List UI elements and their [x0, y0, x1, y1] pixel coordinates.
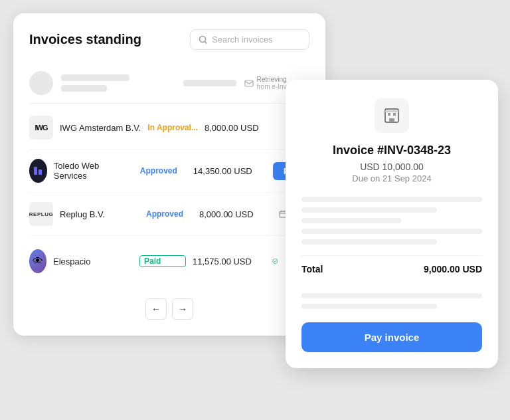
svg-point-5: [273, 259, 278, 263]
total-amount: 9,000.00 USD: [424, 264, 482, 274]
loading-line-2: [61, 85, 107, 92]
avatar-placeholder: [29, 71, 53, 95]
loading-amount: [183, 80, 236, 86]
card-title: Invoices standing: [29, 32, 141, 47]
more-lines: [301, 293, 482, 309]
line-item-3: [301, 218, 401, 223]
building-icon: [375, 98, 409, 133]
vendor-name-iwg: IWG Amsterdam B.V.: [60, 123, 141, 133]
replug-logo: REPLUG: [29, 202, 53, 226]
prev-page-button[interactable]: ←: [145, 298, 167, 320]
invoice-due: Due on 21 Sep 2024: [301, 173, 482, 183]
line-item-5: [301, 239, 437, 245]
pay-invoice-button[interactable]: Pay invoice: [301, 322, 482, 352]
vendor-name-replug: Replug B.V.: [60, 209, 139, 219]
line-item-2: [301, 207, 437, 213]
pagination: ← →: [29, 298, 309, 320]
building-svg: [382, 106, 401, 125]
invoice-row-replug: REPLUG Replug B.V. Approved 8,000.00 USD…: [29, 193, 309, 236]
invoice-row-toledo: Toledo Web Services Approved 14,350.00 U…: [29, 150, 309, 193]
amount-iwg: 8,000.00 USD: [205, 123, 278, 133]
total-row: Total 9,000.00 USD: [301, 255, 482, 282]
status-replug: Approved: [146, 209, 193, 219]
invoice-amount: USD 10,000.00: [301, 161, 482, 172]
line-items: [301, 197, 482, 245]
svg-rect-2: [34, 167, 37, 175]
amount-toledo: 14,350.00 USD: [193, 166, 266, 176]
svg-rect-7: [388, 113, 390, 116]
loading-line-1: [61, 74, 129, 81]
more-line-2: [301, 304, 437, 309]
search-placeholder: Search invoices: [212, 35, 273, 45]
svg-rect-9: [389, 118, 394, 122]
status-iwg: In Approval...: [147, 123, 198, 132]
more-line-1: [301, 293, 482, 298]
invoice-detail-card: Invoice #INV-0348-23 USD 10,000.00 Due o…: [286, 80, 498, 368]
invoice-row-elespacio: 👁 Elespacio Paid 11,575.00 USD Auto-paid…: [29, 236, 309, 286]
vendor-name-toledo: Toledo Web Services: [54, 161, 133, 181]
iwg-logo: IWG: [29, 116, 53, 140]
svg-rect-10: [385, 110, 398, 112]
card-header: Invoices standing Search invoices: [29, 29, 309, 50]
toledo-logo: [29, 159, 47, 183]
svg-rect-8: [393, 113, 396, 116]
search-box[interactable]: Search invoices: [190, 29, 309, 50]
loading-lines: [61, 74, 175, 92]
amount-replug: 8,000.00 USD: [199, 209, 272, 219]
loading-row: Retrieving from e-Invoicing...: [29, 63, 309, 104]
total-label: Total: [301, 264, 323, 274]
elespacio-logo: 👁: [29, 249, 46, 273]
line-item-4: [301, 229, 482, 234]
status-elespacio: Paid: [139, 255, 186, 267]
amount-elespacio: 11,575.00 USD: [193, 257, 266, 266]
invoice-detail-title: Invoice #INV-0348-23: [301, 144, 482, 158]
invoice-icon-container: [301, 98, 482, 133]
line-item-1: [301, 197, 482, 202]
svg-rect-3: [39, 169, 42, 175]
invoices-card: Invoices standing Search invoices Retrie…: [13, 13, 325, 336]
vendor-name-elespacio: Elespacio: [53, 257, 133, 266]
check-circle-icon: [272, 257, 278, 265]
email-icon: [244, 78, 254, 88]
next-page-button[interactable]: →: [172, 298, 193, 320]
search-icon: [199, 35, 208, 45]
status-toledo: Approved: [140, 166, 187, 175]
invoice-row-iwg: IWG IWG Amsterdam B.V. In Approval... 8,…: [29, 106, 309, 150]
